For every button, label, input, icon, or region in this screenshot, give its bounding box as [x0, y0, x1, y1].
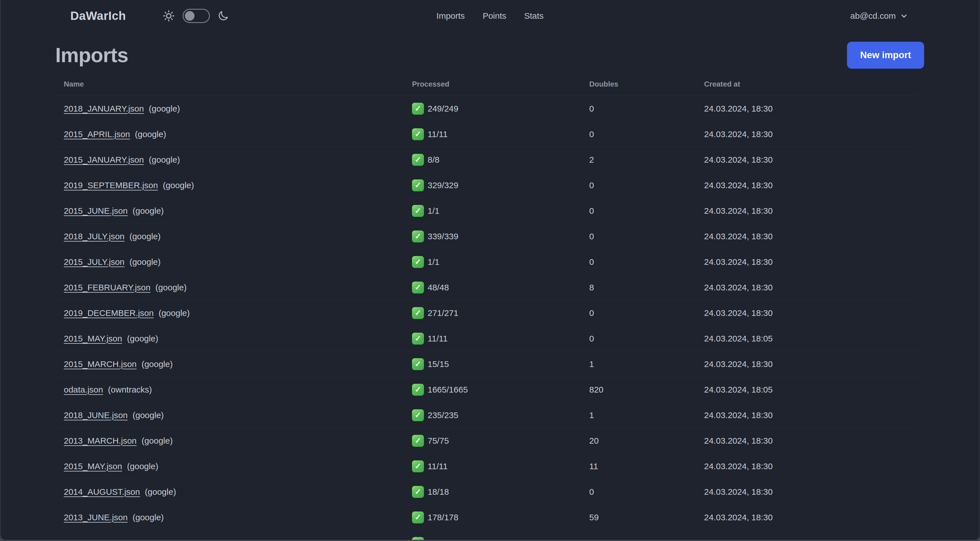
account-menu-button[interactable]: ab@cd.com — [850, 11, 908, 21]
success-check-icon — [412, 358, 424, 370]
success-check-icon — [412, 282, 424, 294]
processed-count: 271/271 — [428, 308, 458, 318]
table-row: 2015_JANUARY.json (google) 8/8 2 24.03.2… — [55, 147, 918, 172]
table-row: odata.json (owntracks) 1665/1665 820 24.… — [55, 377, 918, 402]
import-file-link[interactable]: 2015_MAY.json — [64, 334, 122, 343]
app-logo[interactable]: DaWarIch — [70, 9, 126, 23]
created-at: 24.03.2024, 18:30 — [704, 487, 918, 497]
import-source-label: (google) — [159, 308, 190, 318]
processed-cell: 271/271 — [412, 307, 589, 319]
table-row: 2013_MARCH.json (google) 75/75 20 24.03.… — [55, 428, 918, 453]
doubles-count: 8 — [589, 283, 704, 292]
doubles-count: 0 — [589, 129, 704, 139]
import-name-cell: 2015_APRIL.json (google) — [55, 129, 412, 139]
created-at: 24.03.2024, 18:30 — [704, 231, 918, 241]
import-file-link[interactable]: odata.json — [64, 385, 103, 394]
import-file-link[interactable]: 2015_FEBRUARY.json — [64, 283, 151, 292]
nav-item-points[interactable]: Points — [483, 11, 506, 21]
import-file-link[interactable]: 2015_MARCH.json — [64, 359, 137, 369]
doubles-count: 1 — [589, 410, 704, 420]
processed-cell: 75/75 — [412, 435, 589, 447]
import-file-link[interactable]: 2015_APRIL.json — [64, 129, 130, 139]
account-email: ab@cd.com — [850, 11, 896, 21]
processed-count: 11/11 — [428, 129, 448, 139]
processed-count: 8/8 — [428, 155, 439, 164]
processed-count: 48/48 — [428, 283, 449, 292]
doubles-count: 20 — [589, 436, 704, 445]
processed-count: 75/75 — [428, 436, 449, 445]
table-row: 2019_DECEMBER.json (google) 271/271 0 24… — [55, 300, 918, 326]
processed-count: 1/1 — [428, 206, 439, 216]
doubles-count: 2 — [589, 155, 704, 164]
import-source-label: (google) — [149, 155, 180, 164]
created-at: 24.03.2024, 18:05 — [704, 334, 918, 343]
theme-toggle-knob — [185, 11, 194, 21]
import-file-link[interactable]: 2013_MARCH.json — [64, 436, 137, 445]
processed-cell: 249/249 — [412, 103, 589, 115]
chevron-down-icon — [900, 12, 908, 20]
page-header: Imports New import — [55, 41, 924, 69]
import-name-cell: 2015_JANUARY.json (google) — [55, 155, 412, 164]
import-name-cell: odata.json (owntracks) — [55, 385, 412, 394]
created-at: 24.03.2024, 18:30 — [704, 129, 918, 139]
import-file-link[interactable]: 2013_JUNE.json — [64, 512, 127, 522]
theme-toggle[interactable] — [183, 9, 210, 23]
app-window: DaWarIch Imports Points Stats ab@cd.com — [0, 0, 980, 540]
import-file-link[interactable]: 2015_JULY.json — [64, 257, 124, 267]
import-file-link[interactable]: 2015_MAY.json — [64, 461, 122, 471]
import-name-cell: 2018_JUNE.json (google) — [55, 410, 412, 420]
processed-count: 178/178 — [428, 512, 458, 522]
success-check-icon — [412, 460, 424, 472]
import-source-label: (google) — [135, 129, 166, 139]
created-at: 24.03.2024, 18:30 — [704, 155, 918, 164]
created-at: 24.03.2024, 18:30 — [704, 461, 918, 471]
doubles-count: 820 — [589, 385, 704, 394]
processed-cell: 1/1 — [412, 256, 589, 268]
created-at: 24.03.2024, 18:05 — [704, 385, 918, 394]
column-header-created-at: Created at — [704, 80, 918, 89]
import-file-link[interactable]: 2019_DECEMBER.json — [64, 308, 154, 318]
created-at: 24.03.2024, 18:30 — [704, 359, 918, 369]
import-file-link[interactable]: 2019_SEPTEMBER.json — [64, 180, 158, 190]
success-check-icon — [412, 511, 424, 523]
created-at: 24.03.2024, 18:30 — [704, 308, 918, 318]
processed-cell: 1665/1665 — [412, 384, 589, 396]
import-name-cell: 2018_JULY.json (google) — [55, 231, 412, 241]
success-check-icon — [412, 103, 424, 115]
import-source-label: (google) — [163, 180, 194, 190]
processed-cell: 18/18 — [412, 486, 589, 498]
import-file-link[interactable]: 2015_JANUARY.json — [64, 155, 144, 164]
import-file-link[interactable]: 2018_JANUARY.json — [64, 104, 144, 113]
import-file-link[interactable]: 2018_JULY.json — [64, 231, 124, 241]
import-name-cell: 2018_JANUARY.json (google) — [55, 104, 412, 113]
success-check-icon — [412, 333, 424, 345]
import-file-link[interactable]: 2015_JUNE.json — [64, 206, 127, 215]
processed-count: 329/329 — [428, 180, 458, 190]
import-name-cell: 2015_JULY.json (google) — [55, 257, 412, 267]
table-row: 2015_MAY.json (google) 11/11 0 24.03.202… — [55, 326, 918, 351]
column-header-doubles: Doubles — [589, 80, 704, 89]
doubles-count: 0 — [589, 180, 704, 190]
created-at: 24.03.2024, 18:30 — [704, 436, 918, 445]
sun-icon — [162, 10, 175, 22]
table-row: 2015_APRIL.json (google) 11/11 0 24.03.2… — [55, 121, 918, 147]
import-name-cell: 2015_MARCH.json (google) — [55, 359, 412, 369]
import-source-label: (google) — [132, 512, 164, 522]
nav-item-stats[interactable]: Stats — [524, 11, 544, 21]
processed-count: 15/15 — [428, 359, 449, 369]
created-at: 24.03.2024, 18:30 — [704, 512, 918, 522]
import-source-label: (google) — [145, 487, 176, 496]
table-row: 2013_JUNE.json (google) 178/178 59 24.03… — [55, 505, 918, 530]
new-import-button[interactable]: New import — [847, 42, 924, 69]
nav-item-imports[interactable]: Imports — [436, 11, 465, 21]
page-content: Imports New import Name Processed Double… — [1, 41, 979, 540]
import-file-link[interactable]: 2014_AUGUST.json — [64, 487, 140, 496]
import-source-label: (google) — [142, 436, 173, 445]
table-row: 2014_AUGUST.json (google) 18/18 0 24.03.… — [55, 479, 918, 505]
created-at: 24.03.2024, 18:30 — [704, 206, 918, 216]
import-source-label: (google) — [132, 206, 164, 215]
doubles-count: 11 — [589, 461, 704, 471]
import-file-link[interactable]: 2018_JUNE.json — [64, 410, 127, 420]
processed-count: 11/11 — [428, 461, 448, 471]
success-check-icon — [412, 205, 424, 217]
